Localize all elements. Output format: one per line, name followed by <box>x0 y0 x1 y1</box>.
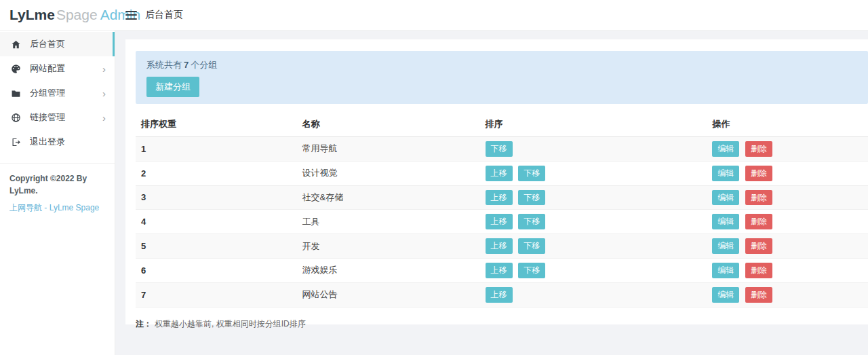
table-row: 4 工具 上移 下移 编辑 删除 <box>136 210 868 234</box>
sidebar-footer: Copyright ©2022 By LyLme. 上网导航 - LyLme S… <box>0 164 115 223</box>
name-cell: 网站公告 <box>297 282 480 307</box>
chevron-right-icon: › <box>102 64 106 74</box>
move-up-button[interactable]: 上移 <box>486 190 513 206</box>
edit-button[interactable]: 编辑 <box>712 287 739 303</box>
edit-button[interactable]: 编辑 <box>712 166 739 181</box>
weight-cell: 7 <box>136 282 297 307</box>
edit-button[interactable]: 编辑 <box>712 214 739 229</box>
header-name: 名称 <box>297 112 480 137</box>
copyright-text: Copyright ©2022 By LyLme. <box>9 172 105 197</box>
sidebar-item-label: 后台首页 <box>30 38 65 50</box>
sidebar-item-label: 链接管理 <box>30 111 65 124</box>
move-up-button[interactable]: 上移 <box>486 166 513 181</box>
move-down-button[interactable]: 下移 <box>518 238 545 254</box>
name-cell: 工具 <box>297 210 480 234</box>
name-cell: 游戏娱乐 <box>297 258 480 282</box>
palette-icon <box>10 63 21 74</box>
sidebar-item-dashboard[interactable]: 后台首页 <box>0 32 115 56</box>
weight-cell: 4 <box>136 210 297 234</box>
move-down-button[interactable]: 下移 <box>486 141 513 157</box>
delete-button[interactable]: 删除 <box>745 263 772 278</box>
move-up-button[interactable]: 上移 <box>486 238 513 254</box>
group-count-alert: 系统共有7个分组 新建分组 <box>136 51 868 104</box>
header-actions: 操作 <box>707 112 868 137</box>
move-up-button[interactable]: 上移 <box>486 263 513 278</box>
content-card: 系统共有7个分组 新建分组 排序权重 名称 排序 操作 1 常用导航 下移 <box>125 39 868 324</box>
move-down-button[interactable]: 下移 <box>518 190 545 206</box>
folder-icon <box>10 88 21 98</box>
table-row: 7 网站公告 上移 编辑 删除 <box>136 282 868 307</box>
edit-button[interactable]: 编辑 <box>712 190 739 206</box>
name-cell: 设计视觉 <box>297 161 480 185</box>
delete-button[interactable]: 删除 <box>745 166 772 181</box>
home-icon <box>10 39 21 50</box>
topbar: LyLmeSpageAdmin 后台首页 <box>0 0 868 31</box>
chevron-right-icon: › <box>102 113 106 123</box>
table-header-row: 排序权重 名称 排序 操作 <box>136 112 868 137</box>
menu-toggle-icon[interactable] <box>125 11 137 20</box>
header-weight: 排序权重 <box>136 112 297 137</box>
weight-cell: 6 <box>136 258 297 282</box>
table-row: 2 设计视觉 上移 下移 编辑 删除 <box>136 161 868 185</box>
sidebar: 后台首页 网站配置 › 分组管理 › 链接管理 › 退出登录 Copyright… <box>0 31 115 355</box>
move-up-button[interactable]: 上移 <box>486 287 513 303</box>
table-row: 3 社交&存储 上移 下移 编辑 删除 <box>136 185 868 210</box>
table-row: 5 开发 上移 下移 编辑 删除 <box>136 234 868 259</box>
groups-table: 排序权重 名称 排序 操作 1 常用导航 下移 编辑 删除 <box>136 112 868 307</box>
page-title: 后台首页 <box>145 9 183 21</box>
delete-button[interactable]: 删除 <box>745 190 772 206</box>
weight-cell: 2 <box>136 161 297 185</box>
new-group-button[interactable]: 新建分组 <box>146 77 199 97</box>
delete-button[interactable]: 删除 <box>745 141 772 157</box>
delete-button[interactable]: 删除 <box>745 214 772 229</box>
move-down-button[interactable]: 下移 <box>518 214 545 229</box>
footer-link[interactable]: 上网导航 - LyLme Spage <box>9 202 105 214</box>
move-down-button[interactable]: 下移 <box>518 263 545 278</box>
name-cell: 开发 <box>297 234 480 259</box>
delete-button[interactable]: 删除 <box>745 287 772 303</box>
sidebar-item-label: 分组管理 <box>30 87 65 99</box>
group-count: 7 <box>184 60 189 70</box>
move-up-button[interactable]: 上移 <box>486 214 513 229</box>
sidebar-item-logout[interactable]: 退出登录 <box>0 130 115 154</box>
logo-part-spage: Spage <box>56 7 98 22</box>
note-text: 权重越小越靠前, 权重相同时按分组ID排序 <box>155 319 306 329</box>
main-content: 系统共有7个分组 新建分组 排序权重 名称 排序 操作 1 常用导航 下移 <box>115 31 868 355</box>
table-row: 1 常用导航 下移 编辑 删除 <box>136 137 868 162</box>
chevron-right-icon: › <box>102 88 106 98</box>
sidebar-item-label: 退出登录 <box>30 136 65 148</box>
sidebar-item-label: 网站配置 <box>30 62 65 75</box>
note-label: 注： <box>136 319 152 329</box>
weight-cell: 5 <box>136 234 297 259</box>
sidebar-item-site-config[interactable]: 网站配置 › <box>0 56 115 81</box>
edit-button[interactable]: 编辑 <box>712 263 739 278</box>
sidebar-item-link-management[interactable]: 链接管理 › <box>0 105 115 130</box>
globe-icon <box>10 112 21 123</box>
weight-cell: 1 <box>136 137 297 162</box>
alert-text-prefix: 系统共有 <box>146 60 182 70</box>
edit-button[interactable]: 编辑 <box>712 238 739 254</box>
weight-cell: 3 <box>136 185 297 210</box>
edit-button[interactable]: 编辑 <box>712 141 739 157</box>
move-down-button[interactable]: 下移 <box>518 166 545 181</box>
app-logo: LyLmeSpageAdmin <box>0 7 115 23</box>
name-cell: 常用导航 <box>297 137 480 162</box>
delete-button[interactable]: 删除 <box>745 238 772 254</box>
header-sort: 排序 <box>480 112 707 137</box>
table-row: 6 游戏娱乐 上移 下移 编辑 删除 <box>136 258 868 282</box>
table-note: 注：权重越小越靠前, 权重相同时按分组ID排序 <box>136 318 868 330</box>
logout-icon <box>10 136 21 147</box>
logo-part-lylme: LyLme <box>9 7 55 22</box>
alert-text-suffix: 个分组 <box>191 60 217 70</box>
name-cell: 社交&存储 <box>297 185 480 210</box>
sidebar-item-group-management[interactable]: 分组管理 › <box>0 81 115 105</box>
